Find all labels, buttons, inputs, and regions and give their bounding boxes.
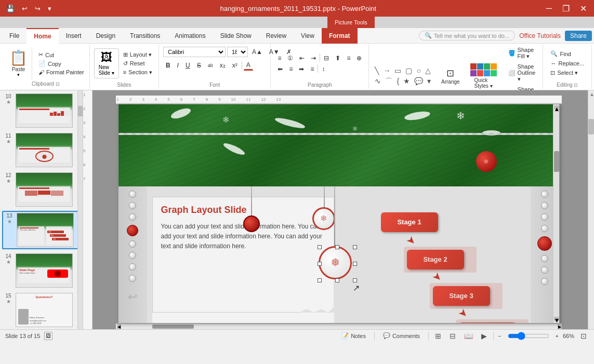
shape-arrow[interactable]: → — [381, 66, 392, 75]
section-button[interactable]: ≡ Section ▾ — [121, 69, 154, 76]
scrollbar-thumb-h[interactable] — [152, 325, 194, 329]
text-box-content[interactable]: Graph Layout Slide You can add your text… — [152, 197, 334, 313]
replace-button[interactable]: ↔ Replace... — [547, 59, 587, 68]
tab-file[interactable]: File — [2, 28, 27, 44]
stage-diagram[interactable]: Stage 1 ➤ Stage 2 ➤ Stage 3 — [365, 202, 525, 318]
select-button[interactable]: ⊡ Select ▾ — [547, 69, 587, 77]
customize-quick-access-button[interactable]: ▾ — [46, 4, 54, 14]
clipboard-expand-icon[interactable]: ⊡ — [56, 82, 60, 87]
scrollbar-thumb-right[interactable] — [588, 119, 594, 134]
superscript-button[interactable]: x² — [230, 61, 240, 70]
scrollbar-up-arrow[interactable]: ▲ — [588, 90, 594, 98]
more-shapes-button[interactable]: ▾ — [426, 76, 432, 87]
decrease-indent-button[interactable]: ⇤ — [297, 53, 307, 63]
shape-connector[interactable]: ⌒ — [384, 76, 394, 87]
new-slide-button[interactable]: 🖼 NewSlide ▾ — [94, 48, 119, 78]
scrollbar-arrow-left[interactable]: ◀ — [117, 324, 121, 329]
slide-count-icon[interactable]: 🖼 — [44, 332, 52, 340]
slide-thumb-12[interactable]: 12 ★ — [2, 171, 81, 208]
align-text-button[interactable]: ≡ — [344, 53, 353, 63]
restore-button[interactable]: ❐ — [559, 3, 573, 15]
slide-thumb-13[interactable]: 13 ★ You can add text... S1 S2 S3 — [2, 211, 81, 249]
zoom-plus-button[interactable]: + — [556, 333, 559, 339]
minimize-button[interactable]: ─ — [543, 3, 555, 14]
shape-oval[interactable]: ○ — [415, 66, 422, 75]
undo-button[interactable]: ↩ — [20, 4, 30, 14]
tab-slideshow[interactable]: Slide Show — [213, 28, 259, 44]
text-direction-button[interactable]: ⬆ — [333, 53, 343, 63]
shape-rounded-rect[interactable]: ▢ — [404, 66, 414, 75]
align-right-button[interactable]: ➡ — [296, 64, 307, 74]
layout-button[interactable]: ⊞ Layout ▾ — [121, 51, 154, 59]
align-left-button[interactable]: ⬅ — [275, 64, 285, 74]
shape-line[interactable]: ╲ — [373, 66, 380, 75]
find-button[interactable]: 🔍 Find — [547, 49, 587, 58]
line-spacing-button[interactable]: ↕ — [319, 64, 327, 74]
canvas-scrollbar-v[interactable]: ▲ ▼ — [553, 104, 559, 323]
slide-panel-scrollbar[interactable] — [77, 90, 83, 329]
zoom-minus-button[interactable]: − — [498, 333, 501, 339]
zoom-slider[interactable] — [508, 332, 549, 340]
slide-thumb-11[interactable]: 11 ★ ⬤ — [2, 132, 81, 168]
scrollbar-thumb-v[interactable] — [554, 151, 559, 172]
scrollbar-arrow-up[interactable]: ▲ — [554, 105, 559, 110]
subscript-button[interactable]: x₂ — [217, 61, 228, 70]
shape-rect[interactable]: ▭ — [393, 66, 403, 75]
reading-view-button[interactable]: 📖 — [462, 331, 475, 341]
slide-thumb-14[interactable]: 14 ★ Slide Page Text content here — [2, 252, 81, 289]
canvas-area[interactable]: 12345678910111213 — [93, 90, 588, 329]
stage-1-box[interactable]: Stage 1 — [381, 212, 438, 232]
editing-expand-icon[interactable]: ⊡ — [574, 83, 578, 88]
normal-view-button[interactable]: ⊞ — [433, 331, 443, 341]
shape-curve[interactable]: ∿ — [373, 76, 382, 87]
justify-button[interactable]: ≡ — [308, 64, 316, 74]
font-size-select[interactable]: 18 — [227, 47, 248, 57]
increase-indent-button[interactable]: ⇥ — [308, 53, 319, 63]
reset-button[interactable]: ↺ Reset — [121, 60, 154, 68]
slideshow-button[interactable]: ▶ — [479, 331, 489, 341]
notes-button[interactable]: 📝 Notes — [337, 331, 370, 340]
fit-window-button[interactable]: ⊡ — [578, 331, 589, 341]
office-tutorials-link[interactable]: Office Tutorials — [519, 32, 561, 39]
columns-button[interactable]: ⊟ — [321, 53, 332, 63]
italic-button[interactable]: I — [175, 61, 181, 70]
bold-button[interactable]: B — [163, 61, 173, 70]
font-color-button[interactable]: A — [244, 60, 253, 71]
underline-button[interactable]: U — [183, 61, 193, 70]
slide-thumb-10[interactable]: 10 ★ — [2, 92, 81, 129]
scrollbar-arrow-down[interactable]: ▼ — [554, 317, 559, 321]
comments-button[interactable]: 💬 Comments — [379, 331, 424, 340]
increase-font-size-button[interactable]: A▲ — [249, 47, 265, 57]
save-button[interactable]: 💾 — [4, 4, 17, 14]
shape-triangle[interactable]: △ — [424, 66, 432, 75]
shape-outline-button[interactable]: ⬜ Shape Outline ▾ — [505, 62, 539, 84]
canvas-scrollbar-h[interactable]: ◀ ▶ — [116, 323, 562, 329]
shape-callout[interactable]: 💬 — [413, 76, 425, 87]
strikethrough-button[interactable]: S — [194, 61, 204, 70]
tab-home[interactable]: Home — [27, 28, 58, 44]
scrollbar-arrow-right[interactable]: ▶ — [558, 324, 562, 329]
tab-format[interactable]: Format — [322, 28, 358, 44]
shape-star[interactable]: ★ — [402, 76, 412, 87]
paste-button[interactable]: 📋 Paste ▾ — [5, 47, 32, 79]
shape-bracket[interactable]: { — [395, 76, 401, 87]
small-caps-button[interactable]: ab — [205, 62, 216, 69]
slide-thumb-15[interactable]: 15 ★ Questions? Name Surname email@email… — [2, 292, 81, 328]
quick-styles-button[interactable]: QuickStyles ▾ — [466, 61, 501, 91]
scrollbar-down-arrow[interactable]: ▼ — [588, 356, 594, 364]
copy-button[interactable]: 📄 Copy — [36, 60, 86, 68]
slide-sorter-button[interactable]: ⊟ — [447, 331, 458, 341]
right-scrollbar[interactable]: ▲ ▼ — [588, 90, 594, 329]
tab-transitions[interactable]: Transitions — [123, 28, 167, 44]
align-center-button[interactable]: ≡ — [286, 64, 295, 74]
tab-animations[interactable]: Animations — [167, 28, 213, 44]
format-painter-button[interactable]: 🖌 Format Painter — [36, 69, 86, 76]
arrange-button[interactable]: ⊡ Arrange — [437, 65, 464, 87]
shape-fill-button[interactable]: 🪣 Shape Fill ▾ — [505, 46, 539, 61]
numbering-button[interactable]: ① — [285, 53, 296, 63]
convert-smartart-button[interactable]: ⊕ — [354, 53, 364, 63]
tab-view[interactable]: View — [294, 28, 322, 44]
slide-canvas[interactable]: ● ❄ ❄ ❄ ↩ — [118, 104, 560, 323]
tab-insert[interactable]: Insert — [59, 28, 89, 44]
font-name-select[interactable]: Calibri — [163, 47, 226, 57]
